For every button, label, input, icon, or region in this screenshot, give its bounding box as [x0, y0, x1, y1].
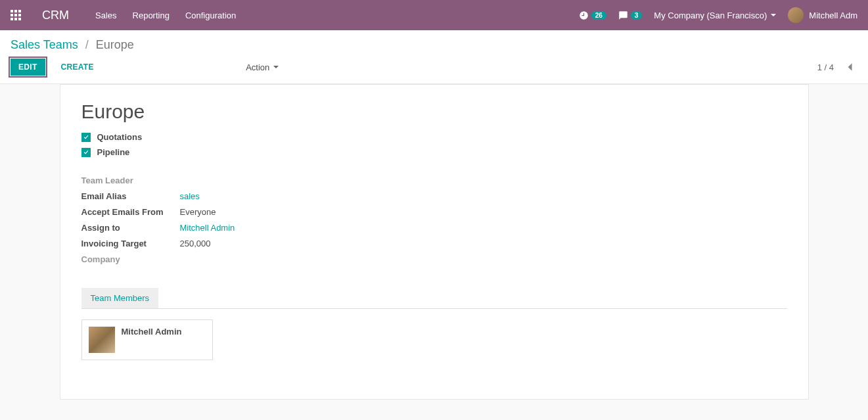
member-card[interactable]: Mitchell Admin — [81, 319, 213, 360]
action-dropdown[interactable]: Action — [246, 62, 279, 72]
email-alias-value[interactable]: sales — [180, 191, 449, 201]
email-alias-label: Email Alias — [81, 191, 180, 201]
menu-sales[interactable]: Sales — [95, 11, 117, 20]
pipeline-checkbox[interactable] — [81, 148, 91, 157]
avatar — [788, 7, 804, 23]
messages-count: 3 — [631, 11, 643, 20]
menu-reporting[interactable]: Reporting — [133, 11, 170, 20]
chevron-down-icon — [771, 14, 776, 16]
company-name: My Company (San Francisco) — [654, 11, 767, 20]
activities-button[interactable]: 26 — [579, 11, 606, 20]
apps-icon[interactable] — [11, 10, 21, 20]
menu-configuration[interactable]: Configuration — [185, 11, 236, 20]
quotations-checkbox-row: Quotations — [81, 132, 787, 142]
company-label: Company — [81, 254, 449, 264]
tabs: Team Members Mitchell Admin — [81, 288, 787, 360]
edit-button[interactable]: Edit — [11, 58, 45, 76]
accept-emails-label: Accept Emails From — [81, 207, 180, 217]
team-leader-label: Team Leader — [81, 175, 449, 185]
avatar — [89, 327, 115, 353]
tab-team-members[interactable]: Team Members — [81, 288, 159, 308]
chat-icon — [618, 11, 628, 20]
pager-text[interactable]: 1 / 4 — [817, 62, 834, 72]
breadcrumb-current: Europe — [96, 38, 134, 51]
create-button[interactable]: Create — [53, 58, 102, 76]
assign-to-value[interactable]: Mitchell Admin — [180, 223, 449, 233]
invoicing-target-value: 250,000 — [180, 239, 449, 248]
invoicing-target-label: Invoicing Target — [81, 239, 180, 248]
pipeline-checkbox-row: Pipeline — [81, 147, 787, 157]
assign-to-label: Assign to — [81, 223, 180, 233]
checkmark-icon — [83, 134, 89, 141]
action-label: Action — [246, 62, 269, 72]
activities-count: 26 — [591, 11, 606, 20]
user-menu[interactable]: Mitchell Adm — [788, 7, 857, 23]
form-sheet: Europe Quotations Pipeline Team Leader E… — [60, 84, 809, 400]
messages-button[interactable]: 3 — [618, 11, 643, 20]
breadcrumb-parent[interactable]: Sales Teams — [11, 38, 78, 51]
checkmark-icon — [83, 149, 89, 156]
chevron-down-icon — [273, 66, 279, 68]
breadcrumb-separator: / — [85, 38, 89, 51]
pager: 1 / 4 — [817, 59, 857, 75]
quotations-label: Quotations — [97, 132, 143, 142]
pager-prev[interactable] — [842, 59, 857, 75]
user-name: Mitchell Adm — [809, 11, 857, 20]
field-grid: Team Leader Email Alias sales Accept Ema… — [81, 175, 449, 264]
accept-emails-value: Everyone — [180, 207, 449, 217]
pipeline-label: Pipeline — [97, 147, 130, 157]
control-panel: Sales Teams / Europe Edit Create Action … — [0, 30, 868, 84]
chevron-left-icon — [846, 62, 853, 72]
form-container: Europe Quotations Pipeline Team Leader E… — [0, 84, 868, 419]
member-name: Mitchell Admin — [122, 327, 182, 337]
company-switcher[interactable]: My Company (San Francisco) — [654, 11, 776, 20]
main-menu: Sales Reporting Configuration — [95, 11, 236, 20]
tab-content: Mitchell Admin — [81, 308, 787, 360]
page-title: Europe — [81, 101, 787, 123]
quotations-checkbox[interactable] — [81, 133, 91, 142]
navbar: CRM Sales Reporting Configuration 26 3 M… — [0, 0, 868, 30]
brand[interactable]: CRM — [42, 9, 69, 22]
clock-icon — [579, 11, 589, 20]
breadcrumb: Sales Teams / Europe — [0, 30, 868, 58]
